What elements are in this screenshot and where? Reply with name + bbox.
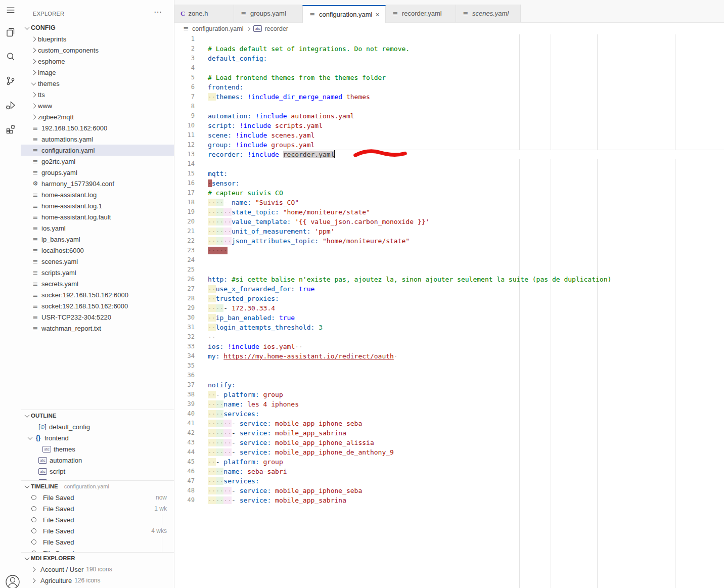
- code-line[interactable]: 21······unit_of_measurement: 'ppm': [174, 227, 724, 236]
- source-control-icon[interactable]: [0, 69, 21, 93]
- code-line[interactable]: 33ios: !include ios.yaml··: [174, 342, 724, 351]
- tree-item[interactable]: blueprints: [21, 33, 174, 44]
- tree-item[interactable]: ≡secrets.yaml: [21, 278, 174, 289]
- code-line[interactable]: 32··: [174, 332, 724, 342]
- mdi-category-item[interactable]: [21, 586, 174, 588]
- menu-icon[interactable]: [0, 0, 21, 20]
- tree-item[interactable]: esphome: [21, 56, 174, 67]
- code-line[interactable]: 5# Load frontend themes from the themes …: [174, 73, 724, 82]
- code-line[interactable]: 26http: #si cette balise n'existe pas, a…: [174, 275, 724, 284]
- code-line[interactable]: 41······- service: mobile_app_iphone_seb…: [174, 419, 724, 428]
- code-line[interactable]: 39····name: les 4 iphones: [174, 399, 724, 409]
- code-line[interactable]: 27··use_x_forwarded_for: true: [174, 284, 724, 294]
- code-line[interactable]: 24: [174, 255, 724, 265]
- tree-item[interactable]: custom_components: [21, 44, 174, 56]
- code-line[interactable]: 25: [174, 265, 724, 275]
- timeline-item[interactable]: File Saved4 wks: [21, 525, 174, 536]
- code-line[interactable]: 46····name: seba-sabri: [174, 467, 724, 476]
- outline-header[interactable]: OUTLINE: [21, 410, 174, 421]
- explorer-icon[interactable]: [0, 20, 21, 44]
- code-line[interactable]: 23·····: [174, 246, 724, 255]
- tree-item[interactable]: ≡ios.yaml: [21, 222, 174, 234]
- code-line[interactable]: 6frontend:: [174, 82, 724, 92]
- code-line[interactable]: 31··login_attempts_threshold: 3: [174, 323, 724, 332]
- tree-item[interactable]: ≡configuration.yaml: [21, 145, 174, 156]
- tree-item[interactable]: ≡groups.yaml: [21, 167, 174, 178]
- outline-item[interactable]: abcautomation: [21, 455, 174, 466]
- tree-item[interactable]: ≡home-assistant.log.fault: [21, 211, 174, 222]
- tree-section-config[interactable]: CONFIG: [21, 22, 174, 33]
- mdi-category-item[interactable]: Agriculture126 icons: [21, 575, 174, 586]
- run-debug-icon[interactable]: [0, 93, 21, 117]
- tree-item[interactable]: ≡home-assistant.log.1: [21, 200, 174, 211]
- code-editor[interactable]: 12# Loads default set of integrations. D…: [174, 34, 724, 588]
- code-line[interactable]: 4: [174, 63, 724, 73]
- code-line[interactable]: 11scene: !include scenes.yaml: [174, 130, 724, 140]
- search-icon[interactable]: [0, 44, 21, 69]
- code-line[interactable]: 16·sensor:: [174, 178, 724, 188]
- extensions-icon[interactable]: [0, 117, 21, 142]
- breadcrumb-item[interactable]: ≡configuration.yaml: [183, 25, 243, 32]
- tab-recorder.yaml[interactable]: ≡recorder.yaml: [386, 5, 456, 22]
- code-line[interactable]: 18····- name: "Suivis_CO": [174, 198, 724, 207]
- tab-configuration.yaml[interactable]: ≡configuration.yaml×: [302, 5, 386, 23]
- code-line[interactable]: 3default_config:: [174, 54, 724, 63]
- timeline-item[interactable]: File Saved: [21, 536, 174, 548]
- tree-item[interactable]: ≡ip_bans.yaml: [21, 234, 174, 245]
- timeline-item[interactable]: File Savednow: [21, 492, 174, 503]
- code-line[interactable]: 14: [174, 159, 724, 169]
- tree-item[interactable]: ≡USR-TCP232-304:5220: [21, 311, 174, 323]
- outline-item[interactable]: [∅]default_config: [21, 421, 174, 432]
- code-line[interactable]: 44······- service: mobile_app_iphone_de_…: [174, 447, 724, 457]
- code-line[interactable]: 15mqtt:: [174, 169, 724, 178]
- code-line[interactable]: 19······state_topic: "home/moniteure/sta…: [174, 207, 724, 217]
- tree-item[interactable]: www: [21, 100, 174, 111]
- tab-groups.yaml[interactable]: ≡groups.yaml: [234, 5, 302, 22]
- code-line[interactable]: 29····- 172.30.33.4: [174, 303, 724, 313]
- tree-item[interactable]: ≡192.168.150.162:6000: [21, 122, 174, 133]
- code-line[interactable]: 10script: !include scripts.yaml: [174, 121, 724, 130]
- tree-item[interactable]: ≡home-assistant.log: [21, 189, 174, 200]
- tab-zone.h[interactable]: Czone.h: [174, 5, 234, 22]
- code-line[interactable]: 2# Loads default set of integrations. Do…: [174, 44, 724, 54]
- timeline-item[interactable]: File Saved: [21, 514, 174, 525]
- tree-item[interactable]: tts: [21, 89, 174, 100]
- mdi-category-item[interactable]: Account / User190 icons: [21, 564, 174, 575]
- code-line[interactable]: 45··- platform: group: [174, 457, 724, 467]
- tab-scenes.yaml[interactable]: ≡scenes.yaml: [456, 5, 521, 22]
- outline-item[interactable]: abcthemes: [21, 443, 174, 455]
- tree-item[interactable]: ≡automations.yaml: [21, 133, 174, 145]
- code-line[interactable]: 28··trusted_proxies:: [174, 294, 724, 303]
- code-line[interactable]: 13recorder: !include recorder.yaml: [174, 150, 724, 159]
- code-line[interactable]: 22······json_attributes_topic: "home/mon…: [174, 236, 724, 246]
- code-line[interactable]: 47····services:: [174, 476, 724, 486]
- code-line[interactable]: 35: [174, 361, 724, 371]
- code-line[interactable]: 37notify:: [174, 380, 724, 390]
- close-icon[interactable]: ×: [376, 11, 380, 18]
- code-line[interactable]: 20······value_template: '{{ value_json.c…: [174, 217, 724, 227]
- account-icon[interactable]: [2, 570, 21, 588]
- code-line[interactable]: 43······- service: mobile_app_iphone_ali…: [174, 438, 724, 447]
- tree-item[interactable]: ⚙harmony_15773904.conf: [21, 178, 174, 189]
- more-actions-icon[interactable]: ⋯: [154, 7, 162, 17]
- tree-item[interactable]: ≡go2rtc.yaml: [21, 156, 174, 167]
- code-line[interactable]: 40····services:: [174, 409, 724, 419]
- tree-item[interactable]: ≡scenes.yaml: [21, 256, 174, 267]
- outline-item[interactable]: {}frontend: [21, 432, 174, 443]
- tree-item[interactable]: ≡socker:192.168.150.162:6000: [21, 289, 174, 300]
- tree-item[interactable]: image: [21, 67, 174, 78]
- timeline-item[interactable]: File Saved1 wk: [21, 503, 174, 514]
- tree-item[interactable]: ≡watchman_report.txt: [21, 323, 174, 334]
- breadcrumb-item[interactable]: abcrecorder: [253, 25, 288, 32]
- code-line[interactable]: 34my: https://my.home-assistant.io/redir…: [174, 351, 724, 361]
- tree-item[interactable]: ≡localhost:6000: [21, 245, 174, 256]
- code-line[interactable]: 49······- service: mobile_app_sabrina: [174, 495, 724, 505]
- code-line[interactable]: 48······- service: mobile_app_iphone_seb…: [174, 486, 724, 495]
- code-line[interactable]: 1: [174, 34, 724, 44]
- tree-item[interactable]: ≡scripts.yaml: [21, 267, 174, 278]
- code-line[interactable]: 38··- platform: group: [174, 390, 724, 399]
- code-line[interactable]: 9automation: !include automations.yaml: [174, 111, 724, 121]
- mdi-header[interactable]: MDI EXPLORER: [21, 553, 174, 564]
- code-line[interactable]: 42······- service: mobile_app_sabrina: [174, 428, 724, 438]
- code-line[interactable]: 8: [174, 102, 724, 111]
